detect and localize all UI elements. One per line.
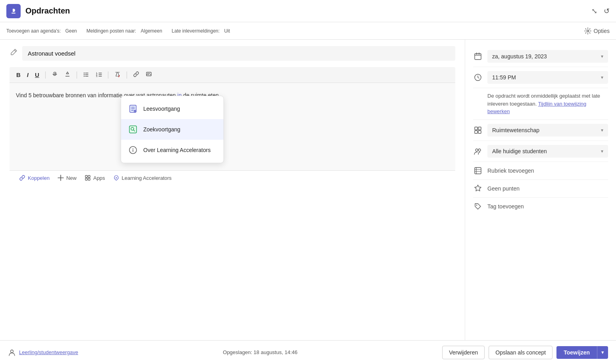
svg-rect-19 bbox=[85, 175, 87, 177]
students-select[interactable]: Alle huidige studenten ▾ bbox=[487, 145, 608, 158]
separator bbox=[45, 71, 46, 79]
rubric-action[interactable]: Rubriek toevoegen bbox=[487, 168, 608, 174]
late-value[interactable]: Uit bbox=[224, 28, 230, 34]
editor-content[interactable]: Vind 5 betrouwbare bronnen van informati… bbox=[10, 83, 455, 170]
gear-icon bbox=[584, 27, 591, 35]
app-icon bbox=[6, 4, 21, 18]
svg-point-5 bbox=[84, 74, 85, 75]
category-icon bbox=[473, 125, 483, 135]
rocket-icon bbox=[113, 175, 119, 181]
numbered-list-icon: 1.2.3. bbox=[96, 71, 102, 77]
svg-rect-20 bbox=[88, 175, 90, 177]
pencil-icon bbox=[10, 48, 17, 56]
svg-point-12 bbox=[148, 73, 148, 74]
svg-rect-27 bbox=[478, 127, 481, 130]
delete-button[interactable]: Verwijderen bbox=[442, 346, 485, 359]
main-content: B I U 1.2.3. bbox=[0, 40, 616, 340]
svg-rect-21 bbox=[85, 178, 87, 180]
tag-action[interactable]: Tag toevoegen bbox=[487, 203, 608, 210]
points-action[interactable]: Geen punten bbox=[487, 185, 608, 192]
assignment-title-input[interactable] bbox=[22, 46, 455, 61]
points-icon bbox=[473, 184, 483, 193]
link-attach-icon bbox=[19, 175, 25, 181]
left-panel: B I U 1.2.3. bbox=[0, 40, 465, 340]
apps-label: Apps bbox=[93, 175, 105, 181]
date-label: za, augustus 19, 2023 bbox=[492, 53, 547, 60]
tag-row: Tag toevoegen bbox=[473, 198, 608, 215]
title-row bbox=[10, 46, 455, 61]
student-view-label[interactable]: Leerling/studentweergave bbox=[19, 349, 78, 355]
svg-point-6 bbox=[84, 76, 85, 77]
numbered-list-button[interactable]: 1.2.3. bbox=[94, 70, 104, 79]
rubric-icon bbox=[473, 166, 483, 175]
late-label: Late inlevermeldingen: Uit bbox=[172, 28, 230, 34]
svg-rect-28 bbox=[475, 131, 477, 133]
agenda-value[interactable]: Geen bbox=[65, 28, 77, 34]
image-button[interactable] bbox=[144, 70, 154, 79]
info-spacer bbox=[473, 99, 483, 108]
underline-button[interactable]: U bbox=[33, 71, 41, 79]
svg-text:3.: 3. bbox=[96, 75, 98, 77]
assign-button[interactable]: Toewijzen bbox=[556, 346, 597, 359]
dropdown-item-over-label: Over Learning Accelerators bbox=[143, 147, 211, 153]
points-row: Geen punten bbox=[473, 180, 608, 198]
student-view-icon bbox=[8, 349, 16, 356]
meldingen-label: Meldingen posten naar: Algemeen bbox=[87, 28, 162, 34]
koppelen-label: Koppelen bbox=[28, 175, 50, 181]
highlight-button[interactable] bbox=[62, 70, 73, 79]
assign-chevron-button[interactable]: ▾ bbox=[597, 346, 608, 359]
meldingen-value[interactable]: Algemeen bbox=[141, 28, 162, 34]
minimize-button[interactable]: ⤡ bbox=[591, 7, 597, 15]
header: Opdrachten ⤡ ↺ bbox=[0, 0, 616, 22]
time-select[interactable]: 11:59 PM ▾ bbox=[487, 71, 608, 84]
svg-point-3 bbox=[587, 30, 589, 32]
date-select[interactable]: za, augustus 19, 2023 ▾ bbox=[487, 50, 608, 63]
dropdown-item-over[interactable]: Over Learning Accelerators bbox=[121, 140, 223, 160]
options-button[interactable]: Opties bbox=[584, 27, 610, 35]
strikethrough-button[interactable] bbox=[50, 70, 60, 79]
dropdown-item-zoekvoortgang[interactable]: Zoekvoortgang bbox=[121, 119, 223, 140]
svg-point-18 bbox=[133, 148, 133, 149]
svg-point-4 bbox=[84, 73, 85, 73]
link-button[interactable] bbox=[131, 70, 141, 79]
refresh-button[interactable]: ↺ bbox=[604, 7, 610, 15]
dropdown-item-leesvoortgang-label: Leesvoortgang bbox=[143, 106, 180, 112]
svg-rect-24 bbox=[475, 54, 481, 60]
svg-rect-26 bbox=[475, 127, 477, 130]
editor-area: B I U 1.2.3. bbox=[10, 67, 455, 170]
assign-button-group: Toewijzen ▾ bbox=[556, 346, 608, 359]
svg-point-14 bbox=[134, 110, 136, 112]
info-icon bbox=[127, 144, 139, 156]
svg-point-31 bbox=[478, 149, 481, 151]
separator2 bbox=[77, 71, 77, 79]
right-panel: za, augustus 19, 2023 ▾ 11:59 PM ▾ De op… bbox=[465, 40, 616, 340]
apps-button[interactable]: Apps bbox=[85, 175, 105, 181]
strikethrough-icon bbox=[52, 71, 58, 77]
new-button[interactable]: New bbox=[58, 175, 77, 181]
saved-text: Opgeslagen: 18 augustus, 14:46 bbox=[223, 349, 298, 355]
tag-label: Tag toevoegen bbox=[487, 203, 524, 210]
search-progress-icon bbox=[127, 124, 139, 135]
italic-button[interactable]: I bbox=[25, 71, 31, 79]
category-select[interactable]: Ruimtewetenschap ▾ bbox=[487, 124, 608, 137]
learning-accelerators-button[interactable]: Learning Accelerators bbox=[113, 175, 172, 181]
category-label: Ruimtewetenschap bbox=[492, 127, 539, 133]
clear-format-button[interactable] bbox=[112, 70, 123, 79]
save-draft-button[interactable]: Opslaan als concept bbox=[489, 346, 552, 359]
students-icon bbox=[473, 146, 483, 156]
category-row: Ruimtewetenschap ▾ bbox=[473, 120, 608, 141]
bold-button[interactable]: B bbox=[14, 71, 23, 79]
separator4 bbox=[127, 71, 127, 79]
bullet-list-button[interactable] bbox=[81, 70, 91, 79]
calendar-icon bbox=[473, 52, 483, 61]
header-actions: ⤡ ↺ bbox=[591, 7, 610, 15]
options-label: Opties bbox=[594, 28, 610, 34]
dropdown-item-leesvoortgang[interactable]: Leesvoortgang bbox=[121, 98, 223, 119]
koppelen-button[interactable]: Koppelen bbox=[19, 175, 50, 181]
new-label: New bbox=[66, 175, 77, 181]
svg-point-30 bbox=[475, 149, 478, 151]
svg-rect-2 bbox=[12, 9, 13, 12]
plus-icon bbox=[58, 175, 64, 181]
link-icon bbox=[133, 71, 139, 77]
footer: Leerling/studentweergave Opgeslagen: 18 … bbox=[0, 340, 616, 364]
